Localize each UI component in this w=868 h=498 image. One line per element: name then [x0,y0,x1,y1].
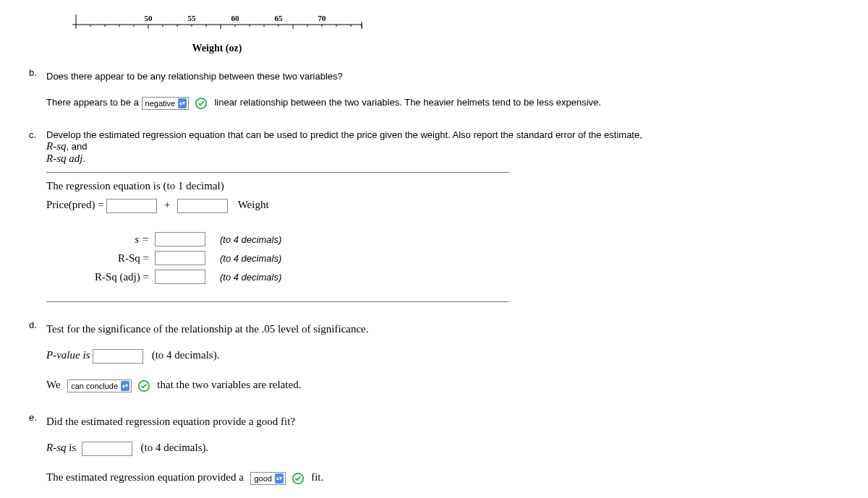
q-d-post: that the two variables are related. [157,379,301,390]
updown-icon: ▴▾ [121,381,129,391]
stats-table: s = (to 4 decimals) R-Sq = (to 4 decimal… [68,232,839,284]
question-e: e. Did the estimated regression equation… [29,412,839,494]
table-row: R-Sq (adj) = (to 4 decimals) [68,270,839,284]
axis-chart: 50 55 60 65 70 [72,14,839,40]
q-c-line1: Develop the estimated regression equatio… [46,129,839,140]
input-rsq[interactable] [155,251,205,265]
select-conclude-value: can conclude [71,377,118,395]
select-fit-value: good [254,469,271,488]
stat-s-hint: (to 4 decimals) [220,234,281,245]
rsq-is-label: R-sq [46,442,67,453]
pval-hint: (to 4 decimals). [152,349,220,361]
q-c-rsq: R-sq [46,140,67,152]
select-fit[interactable]: good ▴▾ [250,472,285,485]
updown-icon: ▴▾ [178,98,187,108]
q-e-letter: e. [29,412,46,494]
eq-left: Price(pred) = [46,199,104,210]
we: We [46,379,61,390]
tick-65: 65 [275,14,284,22]
q-b-post: linear relationship between the two vari… [214,97,601,108]
check-icon [195,97,208,110]
tick-60: 60 [231,14,240,22]
input-pvalue[interactable] [93,349,143,364]
question-b: b. Does there appear to be any relations… [29,67,839,119]
q-c-rsqadj: R-sq adj [46,153,82,164]
input-rsqadj[interactable] [155,270,205,284]
select-conclude[interactable]: can conclude ▴▾ [67,379,132,392]
q-b-letter: b. [29,67,46,119]
rsq-fit-hint: (to 4 decimals). [141,442,209,453]
select-relationship-value: negative [145,94,176,113]
updown-icon: ▴▾ [275,473,284,484]
q-c-letter: c. [29,129,46,309]
stat-rsqadj-hint: (to 4 decimals) [220,272,281,283]
q-d-question: Test for the significance of the relatio… [46,319,839,338]
axis-svg: 50 55 60 65 70 [72,14,369,38]
question-c: c. Develop the estimated regression equa… [29,129,839,309]
tick-50: 50 [145,14,153,22]
rsq-is-rest: is [67,442,77,453]
q-b-question: Does there appear to be any relationship… [46,67,839,86]
eq-plus: + [164,199,170,210]
table-row: s = (to 4 decimals) [68,232,839,246]
tick-70: 70 [318,14,327,22]
eq-intro: The regression equation is (to 1 decimal… [46,180,839,192]
concl-post: fit. [311,471,323,483]
stat-rsqadj-label: R-Sq (adj) = [68,271,155,283]
axis-label: Weight (oz) [72,43,362,54]
q-e-question: Did the estimated regression equation pr… [46,412,839,431]
check-icon [292,472,305,485]
table-row: R-Sq = (to 4 decimals) [68,251,839,265]
select-relationship[interactable]: negative ▴▾ [142,97,190,110]
pval-label: P-value is [46,349,90,361]
input-s[interactable] [155,232,205,246]
stat-s-label: s = [68,233,155,246]
question-d: d. Test for the significance of the rela… [29,319,839,402]
tick-55: 55 [188,14,197,22]
q-d-letter: d. [29,319,46,402]
concl-pre: The estimated regression equation provid… [46,471,244,483]
input-intercept[interactable] [106,199,157,213]
stat-rsq-label: R-Sq = [68,252,155,265]
divider [46,301,509,302]
input-rsq-fit[interactable] [82,442,132,456]
input-slope[interactable] [177,199,228,213]
eq-right: Weight [238,199,269,210]
check-icon [137,379,150,392]
stat-rsq-hint: (to 4 decimals) [220,253,281,264]
q-b-pre: There appears to be a [46,97,139,108]
q-c-rsqadj-rest: . [82,153,85,164]
q-c-rsq-rest: , and [67,141,88,152]
divider [46,172,509,173]
